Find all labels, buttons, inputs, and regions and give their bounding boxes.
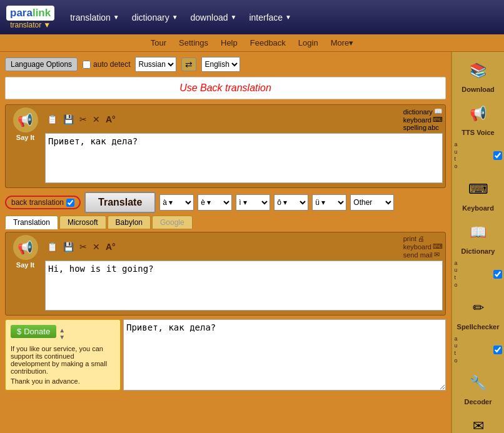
right-sidebar: 📚 Download 📢 TTS Voice auto ⌨ Keyboard 📖…: [451, 52, 504, 433]
auto-detect-checkbox[interactable]: [83, 61, 91, 69]
nav-translation[interactable]: translation ▼: [70, 12, 119, 22]
source-say-it-area: 📢 Say It: [8, 107, 43, 185]
source-text-input[interactable]: Привет, как дела?: [45, 133, 443, 183]
content-area: Language Options auto detect Russian ⇄ E…: [0, 52, 451, 433]
toolbar-clear-btn[interactable]: ✕: [91, 114, 102, 125]
tab-google[interactable]: Google: [152, 216, 193, 229]
auto-text-2: auto: [455, 260, 458, 289]
dollar-sign: $: [17, 327, 21, 336]
char-select-a[interactable]: à ▾: [159, 194, 194, 211]
decoder-icon: 🔧: [465, 369, 492, 397]
spelling-label: spelling: [403, 124, 426, 131]
sidebar-item-download[interactable]: 📚 Download: [455, 55, 501, 95]
sidebar-item-keyboard[interactable]: ⌨ Keyboard: [455, 174, 501, 214]
language-options-button[interactable]: Language Options: [5, 57, 78, 71]
output-toolbar-font-btn[interactable]: A°: [104, 241, 118, 252]
tab-babylon[interactable]: Babylon: [108, 216, 151, 229]
output-keyboard-label: keyboard: [403, 243, 431, 251]
auto-checkbox-1[interactable]: [493, 151, 502, 160]
back-trans-label: back translation: [11, 198, 64, 207]
output-toolbar-clear-btn[interactable]: ✕: [91, 241, 102, 252]
nav-interface[interactable]: interface ▼: [249, 12, 291, 22]
keyboard-sidebar-icon: ⌨: [465, 176, 492, 203]
auto-block-2: auto: [453, 260, 503, 289]
output-toolbar-save-btn[interactable]: 💾: [61, 241, 76, 252]
sidebar-item-spellchecker[interactable]: ✏ Spellchecker: [455, 292, 501, 332]
swap-languages-button[interactable]: ⇄: [181, 57, 196, 71]
sidebar-item-emailer[interactable]: ✉ eMailer: [455, 411, 501, 433]
dict-option[interactable]: dictionary 📖: [403, 107, 443, 116]
auto-text-3: auto: [455, 336, 458, 365]
sidebar-item-dictionary[interactable]: 📖 Dictionary: [455, 217, 501, 257]
source-say-it-icon[interactable]: 📢: [13, 107, 38, 132]
char-select-i[interactable]: ì ▾: [236, 194, 270, 211]
back-translation-option[interactable]: back translation: [5, 196, 81, 209]
dict-label: dictionary: [403, 108, 433, 116]
other-chars-select[interactable]: Other: [350, 194, 394, 211]
translate-button[interactable]: Translate: [84, 192, 156, 213]
char-select-u[interactable]: ü ▾: [312, 194, 346, 211]
subnav-help[interactable]: Help: [221, 38, 238, 47]
toolbar-copy-btn[interactable]: 📋: [45, 114, 59, 125]
print-label: print: [403, 235, 416, 242]
subnav-more[interactable]: More▾: [331, 38, 354, 47]
logo-text: paralink: [6, 6, 54, 21]
output-toolbar-copy-btn[interactable]: 📋: [45, 241, 59, 252]
tab-translation[interactable]: Translation: [5, 216, 58, 229]
logo-subtitle: translator ▼: [10, 21, 51, 29]
keyboard-label: keyboard: [403, 116, 431, 124]
sidebar-item-tts[interactable]: 📢 TTS Voice: [455, 98, 501, 138]
output-keyboard-option[interactable]: keyboard ⌨: [403, 242, 443, 251]
donate-button[interactable]: $ Donate: [11, 325, 56, 338]
auto-detect-text: auto detect: [93, 60, 130, 69]
output-keyboard-icon: ⌨: [433, 242, 443, 251]
char-select-o[interactable]: ô ▾: [274, 194, 308, 211]
toolbar-save-btn[interactable]: 💾: [61, 114, 76, 125]
subnav-feedback[interactable]: Feedback: [250, 38, 286, 47]
output-say-it-icon[interactable]: 📢: [13, 235, 38, 260]
nav-dictionary-label: dictionary: [132, 12, 169, 22]
auto-checkbox-2[interactable]: [493, 270, 502, 279]
keyboard-option[interactable]: keyboard ⌨: [403, 116, 443, 124]
subnav-tour[interactable]: Tour: [151, 38, 166, 47]
back-trans-checkbox[interactable]: [66, 199, 74, 207]
emailer-icon: ✉: [465, 412, 492, 433]
back-translation-notice: Use Back translation: [5, 77, 446, 99]
download-icon: 📚: [465, 57, 492, 84]
back-translation-output[interactable]: Привет, как дела?: [123, 319, 446, 391]
nav-download[interactable]: download ▼: [191, 12, 237, 22]
nav-download-label: download: [191, 12, 228, 22]
spelling-option[interactable]: spelling abc: [403, 124, 443, 131]
output-toolbar: 📋 💾 ✂ ✕ A° print 🖨 keyboard ⌨: [45, 235, 443, 259]
toolbar-cut-btn[interactable]: ✂: [78, 114, 89, 125]
source-textarea-wrapper: Привет, как дела?: [45, 133, 443, 185]
keyboard-icon: ⌨: [433, 116, 443, 124]
nav-dictionary[interactable]: dictionary ▼: [132, 12, 178, 22]
nav-interface-arrow: ▼: [285, 14, 291, 21]
nav-dictionary-arrow: ▼: [172, 14, 178, 21]
sidebar-item-decoder[interactable]: 🔧 Decoder: [455, 367, 501, 407]
sub-header: Tour Settings Help Feedback Login More▾: [0, 34, 504, 52]
language-bar: Language Options auto detect Russian ⇄ E…: [5, 57, 446, 72]
keyboard-sidebar-label: Keyboard: [462, 204, 494, 212]
logo-para: para: [10, 7, 33, 19]
spellchecker-label: Spellchecker: [457, 323, 500, 331]
auto-block-1: auto: [453, 141, 503, 171]
translator-arrow: ▼: [43, 21, 51, 29]
tab-microsoft[interactable]: Microsoft: [59, 216, 106, 229]
donate-thanks: Thank you in advance.: [11, 377, 115, 385]
source-language-select[interactable]: Russian: [135, 57, 176, 72]
subnav-settings[interactable]: Settings: [179, 38, 208, 47]
send-mail-option[interactable]: send mail ✉: [403, 251, 443, 259]
download-label: Download: [461, 86, 495, 93]
dict-icon: 📖: [434, 107, 443, 116]
output-text-display[interactable]: Hi, how is it going?: [45, 261, 443, 311]
output-toolbar-cut-btn[interactable]: ✂: [78, 241, 89, 252]
input-toolbar: 📋 💾 ✂ ✕ A° dictionary 📖 keyboard: [45, 107, 443, 131]
auto-checkbox-3[interactable]: [493, 346, 502, 354]
subnav-login[interactable]: Login: [298, 38, 318, 47]
toolbar-font-btn[interactable]: A°: [104, 114, 118, 125]
target-language-select[interactable]: English: [201, 57, 240, 72]
char-select-e[interactable]: è ▾: [198, 194, 232, 211]
print-option[interactable]: print 🖨: [403, 235, 443, 242]
